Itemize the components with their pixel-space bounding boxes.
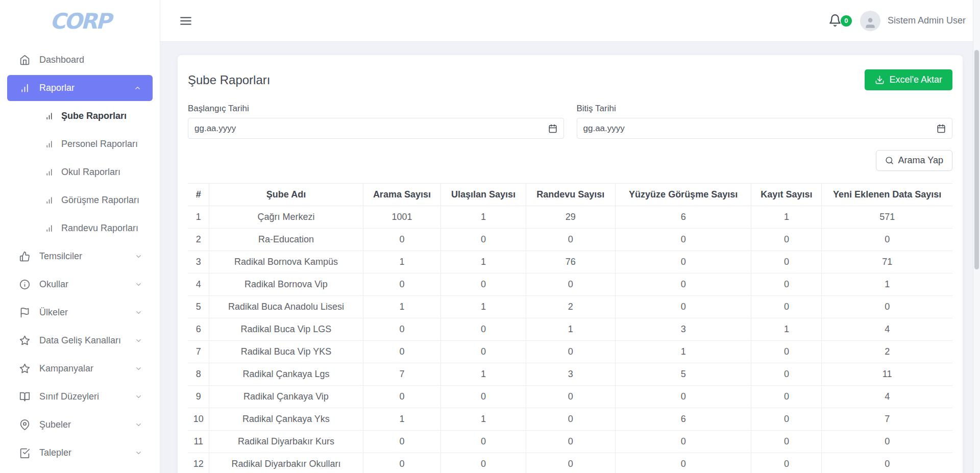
table-row: 12Radikal Diyarbakır Okulları000000 <box>188 453 952 473</box>
sidebar-subitem-randevu-raporlari[interactable]: Randevu Raporları <box>0 214 160 242</box>
table-cell: 1 <box>441 363 526 386</box>
table-cell: 0 <box>751 453 822 473</box>
end-date-input[interactable]: gg.aa.yyyy <box>577 118 953 139</box>
sidebar-item-data-gelis-kanallari[interactable]: Data Geliş Kanalları <box>0 327 160 355</box>
table-cell: 6 <box>615 206 751 229</box>
table-cell: 76 <box>526 251 615 273</box>
table-cell: 0 <box>751 386 822 408</box>
bell-icon <box>828 14 842 27</box>
table-cell: Radikal Buca Vip LGS <box>209 318 363 341</box>
table-cell: Radikal Bornova Vip <box>209 273 363 296</box>
export-excel-button[interactable]: Excel'e Aktar <box>865 69 952 90</box>
table-cell: Radikal Diyarbakır Okulları <box>209 453 363 473</box>
table-cell: 0 <box>363 273 441 296</box>
start-date-input[interactable]: gg.aa.yyyy <box>188 118 564 139</box>
table-cell: 10 <box>188 408 209 431</box>
table-cell: 1001 <box>363 206 441 229</box>
bar-chart-icon <box>45 196 54 205</box>
table-cell: 0 <box>363 386 441 408</box>
table-cell: 0 <box>822 431 952 453</box>
sidebar-item-talepler[interactable]: Talepler <box>0 439 160 467</box>
table-cell: 0 <box>441 341 526 363</box>
bar-chart-icon <box>45 224 54 233</box>
search-button-label: Arama Yap <box>898 155 943 166</box>
table-cell: 0 <box>751 296 822 318</box>
topbar-right: 0 Sistem Admin User <box>828 11 966 31</box>
table-cell: 0 <box>441 386 526 408</box>
table-cell: 6 <box>188 318 209 341</box>
main-column: 0 Sistem Admin User Şube Raporları Excel… <box>160 0 980 473</box>
search-icon <box>885 156 894 165</box>
sidebar-item-ulkeler[interactable]: Ülkeler <box>0 298 160 327</box>
brand-logo[interactable]: CORP <box>0 0 160 42</box>
bar-chart-icon <box>45 168 54 177</box>
table-cell: 4 <box>822 386 952 408</box>
table-cell: 0 <box>615 273 751 296</box>
table-cell: 3 <box>615 318 751 341</box>
table-cell: 0 <box>751 251 822 273</box>
sidebar-item-okullar[interactable]: Okullar <box>0 270 160 298</box>
search-row: Arama Yap <box>188 150 952 171</box>
sidebar: CORP DashboardRaporlarŞube RaporlarıPers… <box>0 0 160 473</box>
table-header-row: #Şube AdıArama SayısıUlaşılan SayısıRand… <box>188 184 952 206</box>
table-cell: 0 <box>526 273 615 296</box>
scrollbar-thumb[interactable] <box>974 50 979 269</box>
thumbs-up-icon <box>19 251 30 262</box>
table-cell: 0 <box>526 341 615 363</box>
notifications-button[interactable]: 0 <box>828 14 843 28</box>
table-cell: 8 <box>188 363 209 386</box>
sidebar-item-sinif-duzeyleri[interactable]: Sınıf Düzeyleri <box>0 383 160 411</box>
sidebar-item-kampanyalar[interactable]: Kampanyalar <box>0 355 160 383</box>
table-cell: 12 <box>188 453 209 473</box>
column-header: Şube Adı <box>209 184 363 206</box>
search-button[interactable]: Arama Yap <box>876 150 952 171</box>
table-cell: 1 <box>363 251 441 273</box>
user-name[interactable]: Sistem Admin User <box>888 15 966 26</box>
avatar[interactable] <box>860 11 880 31</box>
table-row: 5Radikal Buca Anadolu Lisesi112000 <box>188 296 952 318</box>
notifications-badge: 0 <box>841 15 852 27</box>
table-cell: Radikal Çankaya Yks <box>209 408 363 431</box>
table-cell: 0 <box>822 296 952 318</box>
chevron-down-icon <box>135 337 142 344</box>
table-cell: 4 <box>822 318 952 341</box>
sidebar-item-subeler[interactable]: Şubeler <box>0 411 160 439</box>
table-cell: 11 <box>822 363 952 386</box>
filters-row: Başlangıç Tarihi gg.aa.yyyy Bitiş Tarihi… <box>188 104 952 139</box>
table-cell: 0 <box>441 318 526 341</box>
table-row: 6Radikal Buca Vip LGS001314 <box>188 318 952 341</box>
table-cell: 0 <box>751 273 822 296</box>
sidebar-item-temsilciler[interactable]: Temsilciler <box>0 242 160 270</box>
sidebar-subitem-sube-raporlari[interactable]: Şube Raporları <box>0 102 160 130</box>
table-cell: 7 <box>822 408 952 431</box>
start-date-label: Başlangıç Tarihi <box>188 104 564 114</box>
bar-chart-icon <box>19 83 30 93</box>
table-cell: 5 <box>188 296 209 318</box>
sidebar-subitem-personel-raporlari[interactable]: Personel Raporları <box>0 130 160 158</box>
column-header: Ulaşılan Sayısı <box>441 184 526 206</box>
table-cell: 6 <box>615 408 751 431</box>
calendar-icon[interactable] <box>548 124 557 133</box>
table-cell: 0 <box>526 386 615 408</box>
sidebar-item-dashboard[interactable]: Dashboard <box>0 46 160 74</box>
table-cell: Radikal Bornova Kampüs <box>209 251 363 273</box>
column-header: Yeni Eklenen Data Sayısı <box>822 184 952 206</box>
start-date-value: gg.aa.yyyy <box>194 123 236 134</box>
sidebar-subitem-okul-raporlari[interactable]: Okul Raporları <box>0 158 160 186</box>
sidebar-item-raporlar[interactable]: Raporlar <box>7 75 153 101</box>
table-cell: 9 <box>188 386 209 408</box>
table-cell: 0 <box>526 453 615 473</box>
sidebar-subitem-gorusme-raporlari[interactable]: Görüşme Raporları <box>0 186 160 214</box>
calendar-icon[interactable] <box>937 124 946 133</box>
table-cell: 71 <box>822 251 952 273</box>
scrollbar[interactable] <box>973 0 980 473</box>
table-cell: 4 <box>188 273 209 296</box>
menu-toggle-button[interactable] <box>179 14 193 28</box>
table-cell: 1 <box>751 206 822 229</box>
export-excel-label: Excel'e Aktar <box>890 74 942 85</box>
table-cell: 0 <box>615 251 751 273</box>
map-pin-icon <box>19 419 30 430</box>
end-date-filter: Bitiş Tarihi gg.aa.yyyy <box>577 104 953 139</box>
table-cell: 2 <box>822 341 952 363</box>
table-cell: 1 <box>822 273 952 296</box>
